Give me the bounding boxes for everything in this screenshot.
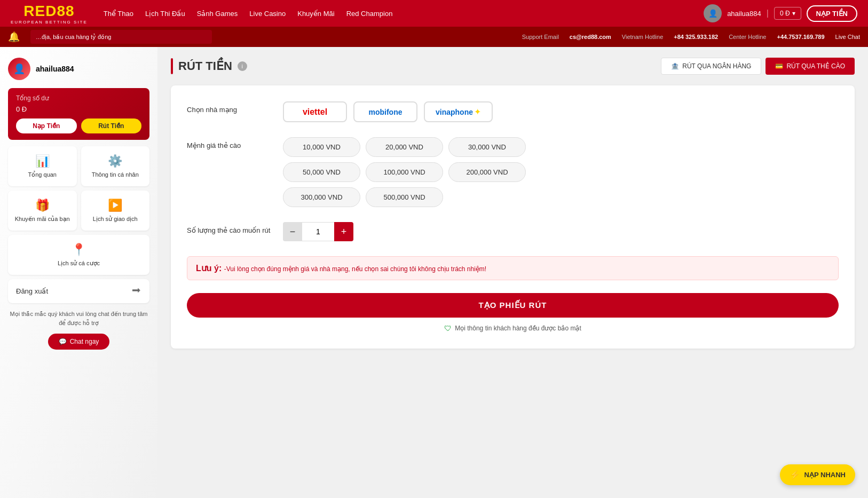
center-hotline-label: Center Hotline	[729, 34, 766, 40]
network-row: Chọn nhà mạng viettel mobifone vinaphone	[187, 101, 839, 122]
header: RED88 EUROPEAN BETTING SITE Thể Thao Lịc…	[0, 0, 868, 27]
balance-card-label: Tổng số dư	[16, 94, 141, 102]
qty-decrease-button[interactable]: −	[283, 222, 302, 241]
nav-the-thao[interactable]: Thể Thao	[104, 10, 133, 18]
nav-red-champion[interactable]: Red Champion	[346, 10, 393, 18]
main-layout: 👤 ahailua884 Tổng số dư 0 Đ Nạp Tiền Rút…	[0, 47, 868, 498]
logout-row[interactable]: Đăng xuất ⮕	[8, 279, 149, 303]
username: ahailua884	[727, 10, 761, 18]
note-box: Lưu ý: -Vui lòng chọn đúng mệnh giá và n…	[187, 256, 839, 280]
center-hotline: +44.7537.169.789	[777, 34, 825, 40]
nav-lich-thi-dau[interactable]: Lịch Thi Đấu	[145, 10, 185, 18]
support-email[interactable]: cs@red88.com	[570, 34, 611, 40]
note-label: Lưu ý:	[196, 264, 222, 273]
amount-row: Mệnh giá thẻ cào 10,000 VND 20,000 VND 3…	[187, 137, 839, 207]
balance-value: 0 Đ	[780, 10, 790, 17]
note-text: -Vui lòng chọn đúng mệnh giá và nhà mạng…	[224, 265, 487, 273]
network-vinaphone[interactable]: vinaphone ✦	[424, 101, 493, 122]
amount-10000[interactable]: 10,000 VND	[283, 137, 360, 157]
sidebar-item-lich-su-ca-cuoc[interactable]: 📍 Lịch sử cá cược	[8, 235, 149, 275]
nap-nhanh-fab[interactable]: ⚡ NẠP NHANH	[780, 464, 855, 485]
balance-card: Tổng số dư 0 Đ Nạp Tiền Rút Tiền	[8, 88, 149, 140]
tab-bank-button[interactable]: 🏦 RÚT QUA NGÂN HÀNG	[661, 58, 761, 75]
card-icon: 💳	[775, 62, 783, 70]
sidebar-username: ahailua884	[36, 65, 74, 73]
sidebar-label-lich-su-ca-cuoc: Lịch sử cá cược	[58, 260, 100, 267]
contact-info: Support Email cs@red88.com Vietnam Hotli…	[522, 34, 860, 40]
flash-icon: ⚡	[790, 470, 800, 480]
marquee-area: …địa, bầu cua hàng tỷ đồng	[30, 30, 212, 44]
sidebar-label-lich-su-gd: Lịch sử giao dịch	[93, 216, 138, 223]
amount-300000[interactable]: 300,000 VND	[283, 187, 360, 207]
submit-button[interactable]: TẠO PHIẾU RÚT	[187, 293, 839, 318]
tab-buttons: 🏦 RÚT QUA NGÂN HÀNG 💳 RÚT QUA THẺ CÀO	[661, 58, 855, 75]
qty-stepper: − +	[283, 222, 839, 241]
page-title-area: RÚT TIỀN i	[171, 58, 247, 74]
sidebar-rut-tien-button[interactable]: Rút Tiền	[81, 118, 142, 133]
amount-grid: 10,000 VND 20,000 VND 30,000 VND 50,000 …	[283, 137, 839, 207]
sidebar-bet-grid: 📍 Lịch sử cá cược	[8, 235, 149, 275]
chat-icon: 💬	[59, 338, 67, 345]
chart-icon: 📊	[35, 154, 50, 168]
nav-sanh-games[interactable]: Sảnh Games	[197, 10, 238, 18]
page-header: RÚT TIỀN i 🏦 RÚT QUA NGÂN HÀNG 💳 RÚT QUA…	[171, 58, 855, 75]
vn-hotline-label: Vietnam Hotline	[622, 34, 663, 40]
bell-icon: 🔔	[8, 31, 20, 43]
chat-label: Chat ngay	[70, 338, 99, 345]
vn-hotline: +84 325.933.182	[674, 34, 718, 40]
sidebar-item-lich-su-gd[interactable]: ▶️ Lịch sử giao dịch	[81, 191, 150, 231]
amount-20000[interactable]: 20,000 VND	[366, 137, 443, 157]
nav: Thể Thao Lịch Thi Đấu Sảnh Games Live Ca…	[104, 10, 688, 18]
sidebar-item-thong-tin[interactable]: ⚙️ Thông tin cá nhân	[81, 146, 150, 186]
logout-icon: ⮕	[132, 286, 141, 297]
user-card: 👤 ahailua884	[8, 58, 149, 80]
qty-control: − +	[283, 222, 839, 241]
gear-icon: ⚙️	[108, 154, 122, 168]
sidebar-label-tong-quan: Tổng quan	[28, 171, 57, 178]
gift-icon: 🎁	[35, 199, 50, 212]
nav-live-casino[interactable]: Live Casino	[249, 10, 286, 18]
amount-500000[interactable]: 500,000 VND	[366, 187, 443, 207]
sidebar-nap-tien-button[interactable]: Nạp Tiền	[16, 118, 77, 133]
header-right: 👤 ahailua884 | 0 Đ ▾ NẠP TIỀN	[704, 4, 857, 22]
amount-30000[interactable]: 30,000 VND	[448, 137, 526, 157]
network-label: Chọn nhà mạng	[187, 101, 272, 114]
amount-200000[interactable]: 200,000 VND	[448, 162, 526, 182]
info-bar: 🔔 …địa, bầu cua hàng tỷ đồng Support Ema…	[0, 27, 868, 47]
title-bar-decoration	[171, 58, 173, 74]
avatar: 👤	[704, 4, 722, 22]
marquee-text: …địa, bầu cua hàng tỷ đồng	[36, 34, 111, 41]
network-mobifone[interactable]: mobifone	[353, 101, 417, 122]
support-text: Mọi thắc mắc quý khách vui lòng chat đến…	[8, 310, 149, 327]
amount-50000[interactable]: 50,000 VND	[283, 162, 360, 182]
info-icon[interactable]: i	[238, 61, 247, 71]
network-control: viettel mobifone vinaphone ✦	[283, 101, 839, 122]
support-label: Support Email	[522, 34, 559, 40]
page-title: RÚT TIỀN	[178, 59, 232, 73]
history-icon: ▶️	[108, 199, 122, 212]
balance-button[interactable]: 0 Đ ▾	[774, 7, 801, 20]
amount-control: 10,000 VND 20,000 VND 30,000 VND 50,000 …	[283, 137, 839, 207]
security-label: Mọi thông tin khách hàng đều được bảo mậ…	[455, 325, 581, 332]
pin-icon: 📍	[72, 243, 86, 257]
form-card: Chọn nhà mạng viettel mobifone vinaphone	[171, 85, 855, 349]
tab-bank-label: RÚT QUA NGÂN HÀNG	[682, 62, 751, 70]
qty-increase-button[interactable]: +	[334, 222, 353, 241]
sidebar-balance: 0 Đ	[16, 105, 27, 113]
sidebar-item-tong-quan[interactable]: 📊 Tổng quan	[8, 146, 77, 186]
sidebar-item-khuyen-mai[interactable]: 🎁 Khuyến mãi của bạn	[8, 191, 77, 231]
network-viettel[interactable]: viettel	[283, 101, 347, 122]
logo: RED88 EUROPEAN BETTING SITE	[11, 3, 88, 25]
tab-card-label: RÚT QUA THẺ CÀO	[786, 62, 845, 70]
qty-input[interactable]	[302, 222, 334, 241]
chat-button[interactable]: 💬 Chat ngay	[48, 334, 110, 350]
bank-icon: 🏦	[671, 62, 679, 70]
tab-card-button[interactable]: 💳 RÚT QUA THẺ CÀO	[766, 58, 855, 75]
nav-khuyen-mai[interactable]: Khuyến Mãi	[297, 10, 334, 18]
logout-label: Đăng xuất	[16, 287, 48, 295]
live-chat-link[interactable]: Live Chat	[835, 34, 860, 40]
amount-100000[interactable]: 100,000 VND	[366, 162, 443, 182]
sidebar-label-khuyen-mai: Khuyến mãi của bạn	[15, 216, 70, 223]
nap-tien-header-button[interactable]: NẠP TIỀN	[807, 5, 857, 22]
sidebar: 👤 ahailua884 Tổng số dư 0 Đ Nạp Tiền Rút…	[0, 47, 157, 498]
